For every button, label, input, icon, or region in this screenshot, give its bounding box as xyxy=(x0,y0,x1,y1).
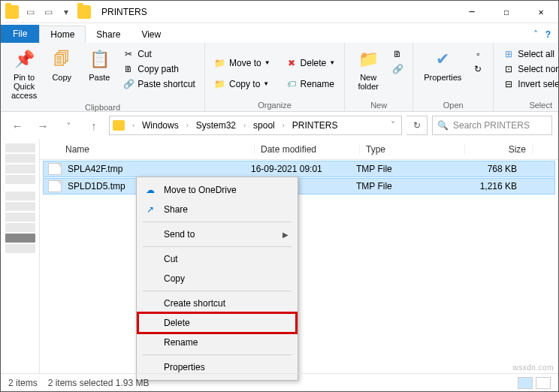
select-none-button[interactable]: ⊡Select none xyxy=(500,62,559,76)
group-clipboard: 📌 Pin to Quick access 🗐 Copy 📋 Paste ✂Cu… xyxy=(1,43,205,111)
tab-share[interactable]: Share xyxy=(86,26,131,43)
column-headers: Name Date modified Type Size xyxy=(40,139,558,160)
ctx-move-onedrive[interactable]: ☁Move to OneDrive xyxy=(138,180,296,200)
status-selection: 2 items selected 1.93 MB xyxy=(48,378,150,388)
properties-button[interactable]: ✔ Properties xyxy=(419,46,466,99)
status-item-count: 2 items xyxy=(8,378,38,388)
ctx-create-shortcut[interactable]: Create shortcut xyxy=(138,294,296,313)
copy-button[interactable]: 🗐 Copy xyxy=(44,46,79,101)
address-bar: ← → ˅ ↑ › Windows › System32 › spool › P… xyxy=(1,112,558,139)
paste-shortcut-button[interactable]: 🔗Paste shortcut xyxy=(119,77,198,91)
copy-to-button[interactable]: 📁Copy to ▼ xyxy=(211,77,273,91)
separator xyxy=(143,222,292,222)
select-none-icon: ⊡ xyxy=(503,63,515,75)
status-bar: 2 items 2 items selected 1.93 MB xyxy=(1,373,558,391)
move-to-icon: 📁 xyxy=(214,57,226,69)
refresh-button[interactable]: ↻ xyxy=(406,116,428,135)
cut-icon: ✂ xyxy=(122,48,134,60)
rename-button[interactable]: 🏷Rename xyxy=(283,77,339,91)
new-item-button[interactable]: 🗎 xyxy=(388,47,406,61)
chevron-right-icon[interactable]: › xyxy=(240,122,249,129)
ctx-share[interactable]: ↗Share xyxy=(138,200,296,219)
qat-dropdown-icon[interactable]: ▾ xyxy=(59,5,73,19)
new-folder-icon: 📁 xyxy=(356,47,380,71)
crumb-windows[interactable]: Windows xyxy=(139,120,182,131)
paste-shortcut-icon: 🔗 xyxy=(122,78,134,90)
copy-icon: 🗐 xyxy=(50,47,74,71)
paste-icon: 📋 xyxy=(87,47,111,71)
ctx-copy[interactable]: Copy xyxy=(138,269,296,288)
select-all-icon: ⊞ xyxy=(503,48,515,60)
col-date[interactable]: Date modified xyxy=(255,144,360,155)
details-view-button[interactable] xyxy=(518,377,533,389)
crumb-printers[interactable]: PRINTERS xyxy=(289,120,341,131)
delete-button[interactable]: ✖Delete ▼ xyxy=(283,56,339,70)
separator xyxy=(143,246,292,247)
crumb-spool[interactable]: spool xyxy=(250,120,278,131)
copy-path-icon: 🗎 xyxy=(122,63,134,75)
group-organize: 📁Move to ▼ 📁Copy to ▼ ✖Delete ▼ 🏷Rename … xyxy=(205,43,345,111)
ctx-delete[interactable]: Delete xyxy=(138,313,296,333)
maximize-button[interactable]: ☐ xyxy=(489,1,524,23)
close-button[interactable]: ✕ xyxy=(524,1,558,23)
ribbon: 📌 Pin to Quick access 🗐 Copy 📋 Paste ✂Cu… xyxy=(1,43,558,112)
invert-selection-button[interactable]: ⊟Invert selection xyxy=(500,77,559,91)
nav-pane[interactable] xyxy=(1,139,40,373)
window-controls: ─ ☐ ✕ xyxy=(455,1,558,23)
help-icon[interactable]: ? xyxy=(545,29,551,40)
qat-item[interactable]: ▭ xyxy=(41,5,55,19)
chevron-right-icon[interactable]: › xyxy=(280,122,288,129)
minimize-button[interactable]: ─ xyxy=(455,1,489,23)
forward-button[interactable]: → xyxy=(32,115,53,136)
cut-button[interactable]: ✂Cut xyxy=(119,47,198,61)
tab-view[interactable]: View xyxy=(131,26,171,43)
qat-item[interactable]: ▭ xyxy=(23,5,37,19)
easy-access-icon: 🔗 xyxy=(391,63,403,75)
ctx-rename[interactable]: Rename xyxy=(138,333,296,352)
thumbnails-view-button[interactable] xyxy=(536,377,551,389)
copy-path-button[interactable]: 🗎Copy path xyxy=(119,62,198,76)
history-button[interactable]: ↻ xyxy=(469,62,487,76)
col-size[interactable]: Size xyxy=(465,144,533,155)
address-dropdown-icon[interactable]: ˅ xyxy=(388,120,398,131)
up-button[interactable]: ↑ xyxy=(83,115,104,136)
ribbon-help: ˄ ? xyxy=(526,26,558,43)
chevron-right-icon[interactable]: › xyxy=(129,122,137,129)
title-bar: ▭ ▭ ▾ PRINTERS ─ ☐ ✕ xyxy=(1,1,558,23)
breadcrumb[interactable]: › Windows › System32 › spool › PRINTERS … xyxy=(109,116,402,135)
chevron-down-icon: ▼ xyxy=(329,59,335,66)
ribbon-tabs: File Home Share View ˄ ? xyxy=(1,23,558,43)
crumb-system32[interactable]: System32 xyxy=(193,120,239,131)
move-to-button[interactable]: 📁Move to ▼ xyxy=(211,56,273,70)
search-box[interactable]: 🔍 Search PRINTERS xyxy=(432,116,552,135)
quick-access-toolbar: ▭ ▭ ▾ xyxy=(1,5,95,19)
chevron-down-icon: ▼ xyxy=(263,80,269,87)
history-icon: ↻ xyxy=(472,63,484,75)
separator xyxy=(143,291,292,291)
chevron-down-icon: ▼ xyxy=(264,59,270,66)
view-switcher xyxy=(518,377,551,389)
back-button[interactable]: ← xyxy=(7,115,28,136)
paste-button[interactable]: 📋 Paste xyxy=(82,46,116,101)
invert-selection-icon: ⊟ xyxy=(503,78,515,90)
open-button[interactable]: ▫ xyxy=(469,47,487,61)
folder-icon xyxy=(113,120,125,131)
ribbon-collapse-icon[interactable]: ˄ xyxy=(533,29,538,40)
ctx-cut[interactable]: Cut xyxy=(138,249,296,269)
chevron-right-icon[interactable]: › xyxy=(183,122,192,129)
ctx-send-to[interactable]: Send to▶ xyxy=(138,225,296,244)
col-name[interactable]: Name xyxy=(59,144,255,155)
recent-locations-button[interactable]: ˅ xyxy=(58,115,79,136)
share-icon: ↗ xyxy=(144,204,156,216)
select-all-button[interactable]: ⊞Select all xyxy=(500,47,559,61)
pin-quick-access-button[interactable]: 📌 Pin to Quick access xyxy=(7,46,41,101)
watermark: wsxdn.com xyxy=(512,363,554,372)
tab-file[interactable]: File xyxy=(1,25,39,43)
easy-access-button[interactable]: 🔗 xyxy=(388,62,406,76)
col-type[interactable]: Type xyxy=(360,144,465,155)
pin-icon: 📌 xyxy=(12,47,36,71)
file-row[interactable]: SPLD1D5.tmp 2:42 TMP File 1,216 KB xyxy=(43,178,555,194)
new-folder-button[interactable]: 📁 New folder xyxy=(351,46,385,99)
file-row[interactable]: SPLA42F.tmp 16-09-2021 09:01 TMP File 76… xyxy=(43,161,555,177)
tab-home[interactable]: Home xyxy=(39,26,86,43)
